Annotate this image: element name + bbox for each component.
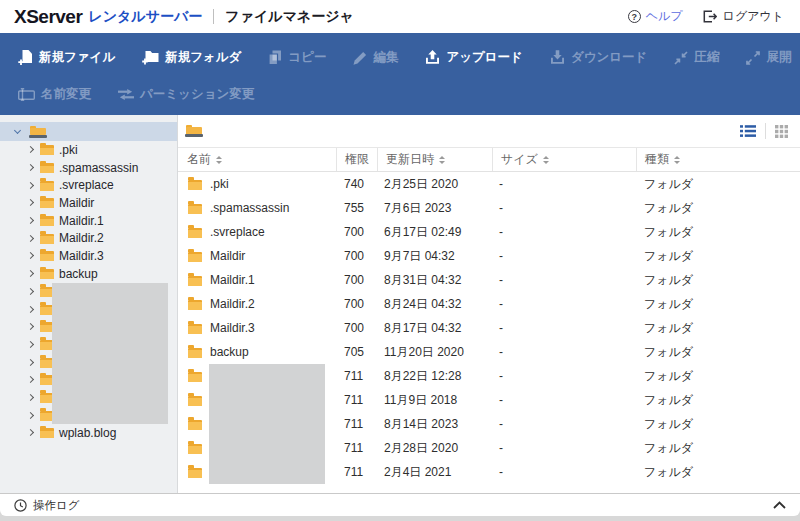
- file-size: -: [492, 177, 636, 191]
- sidebar-item-redacted[interactable]: [0, 300, 177, 318]
- sidebar-item-root[interactable]: [0, 122, 177, 141]
- current-folder-icon[interactable]: [186, 125, 202, 137]
- sidebar-item-redacted[interactable]: [0, 336, 177, 354]
- sidebar-item-wplab-blog[interactable]: wplab.blog: [0, 424, 177, 442]
- sidebar-item-maildir2[interactable]: Maildir.2: [0, 229, 177, 247]
- chevron-right-icon[interactable]: [27, 235, 34, 242]
- toolbar-button-label: アップロード: [446, 49, 522, 66]
- chevron-right-icon[interactable]: [27, 359, 34, 366]
- sidebar-item-redacted[interactable]: [0, 389, 177, 407]
- file-table-body: .pki 740 2月25日 2020 - フォルダ .spamassassin…: [178, 172, 800, 493]
- list-view-button[interactable]: [740, 125, 756, 137]
- chevron-right-icon[interactable]: [27, 376, 34, 383]
- table-row-redacted[interactable]: 711 8月14日 2023 - フォルダ: [178, 412, 800, 436]
- sidebar-item-redacted[interactable]: [0, 406, 177, 424]
- table-row[interactable]: Maildir.2 700 8月24日 04:32 - フォルダ: [178, 292, 800, 316]
- chevron-right-icon[interactable]: [27, 164, 34, 171]
- chevron-right-icon[interactable]: [27, 341, 34, 348]
- table-row[interactable]: .pki 740 2月25日 2020 - フォルダ: [178, 172, 800, 196]
- sidebar-item-label: .svreplace: [59, 178, 114, 192]
- file-size: -: [492, 249, 636, 263]
- table-row[interactable]: Maildir 700 9月7日 04:32 - フォルダ: [178, 244, 800, 268]
- file-permissions: 700: [336, 273, 377, 287]
- change-permission-button: パーミッション変更: [118, 86, 254, 103]
- page-title: ファイルマネージャ: [225, 8, 354, 26]
- table-row-redacted[interactable]: 711 2月28日 2020 - フォルダ: [178, 436, 800, 460]
- clock-icon: [14, 499, 27, 512]
- grid-view-button[interactable]: [775, 125, 788, 138]
- folder-icon: [188, 468, 202, 478]
- chevron-right-icon[interactable]: [27, 323, 34, 330]
- table-row[interactable]: backup 705 11月20日 2020 - フォルダ: [178, 340, 800, 364]
- upload-button[interactable]: アップロード: [425, 49, 522, 66]
- sidebar-item-maildir3[interactable]: Maildir.3: [0, 247, 177, 265]
- expand-button: 展開: [746, 49, 791, 66]
- chevron-right-icon[interactable]: [27, 217, 34, 224]
- table-row[interactable]: Maildir.1 700 8月31日 04:32 - フォルダ: [178, 268, 800, 292]
- chevron-right-icon[interactable]: [27, 270, 34, 277]
- toolbar-row-2: 名前変更 パーミッション変更: [18, 76, 800, 113]
- sidebar-item-redacted[interactable]: [0, 371, 177, 389]
- file-permissions: 700: [336, 297, 377, 311]
- help-link[interactable]: ヘルプ: [628, 8, 683, 25]
- column-header-modified[interactable]: 更新日時: [377, 148, 492, 171]
- rename-button: 名前変更: [18, 86, 91, 103]
- operation-log-bar[interactable]: 操作ログ: [0, 493, 800, 516]
- file-list-pane: 名前 権限 更新日時 サイズ 種類: [178, 115, 800, 493]
- column-header-permissions[interactable]: 権限: [336, 148, 377, 171]
- file-type: フォルダ: [636, 464, 800, 481]
- redacted-label: [209, 460, 325, 484]
- chevron-right-icon[interactable]: [27, 199, 34, 206]
- content-area: .pki .spamassassin .svreplace Maildir Ma: [0, 115, 800, 493]
- new-file-button[interactable]: 新規ファイル: [18, 49, 115, 66]
- table-row-redacted[interactable]: 711 2月4日 2021 - フォルダ: [178, 460, 800, 484]
- sidebar-item-backup[interactable]: backup: [0, 265, 177, 283]
- column-header-name[interactable]: 名前: [178, 148, 336, 171]
- sidebar-item-redacted[interactable]: [0, 353, 177, 371]
- expand-log-button[interactable]: [773, 501, 786, 509]
- file-permissions: 755: [336, 201, 377, 215]
- table-row-redacted[interactable]: 711 8月22日 12:28 - フォルダ: [178, 364, 800, 388]
- chevron-right-icon[interactable]: [27, 305, 34, 312]
- table-row[interactable]: Maildir.3 700 8月17日 04:32 - フォルダ: [178, 316, 800, 340]
- chevron-right-icon[interactable]: [27, 146, 34, 153]
- file-type: フォルダ: [636, 176, 800, 193]
- chevron-right-icon[interactable]: [27, 182, 34, 189]
- chevron-right-icon[interactable]: [27, 288, 34, 295]
- table-row[interactable]: .spamassassin 755 7月6日 2023 - フォルダ: [178, 196, 800, 220]
- folder-icon: [40, 216, 54, 226]
- chevron-right-icon[interactable]: [27, 394, 34, 401]
- folder-icon: [188, 228, 202, 238]
- column-header-type[interactable]: 種類: [636, 148, 800, 171]
- folder-icon: [188, 396, 202, 406]
- folder-icon: [188, 372, 202, 382]
- sidebar-item-maildir1[interactable]: Maildir.1: [0, 212, 177, 230]
- logout-label: ログアウト: [723, 8, 784, 25]
- chevron-right-icon[interactable]: [27, 252, 34, 259]
- new-folder-button[interactable]: 新規フォルダ: [142, 49, 241, 66]
- chevron-down-icon[interactable]: [14, 127, 21, 134]
- chevron-right-icon[interactable]: [27, 429, 34, 436]
- table-row-redacted[interactable]: 711 11月9日 2018 - フォルダ: [178, 388, 800, 412]
- help-label: ヘルプ: [646, 8, 683, 25]
- column-header-size[interactable]: サイズ: [492, 148, 636, 171]
- file-name: Maildir.1: [210, 273, 255, 287]
- file-type: フォルダ: [636, 224, 800, 241]
- logout-button[interactable]: ログアウト: [703, 8, 784, 25]
- chevron-right-icon[interactable]: [27, 412, 34, 419]
- file-modified: 8月31日 04:32: [377, 272, 492, 289]
- file-name: backup: [210, 345, 249, 359]
- sidebar-item-spamassassin[interactable]: .spamassassin: [0, 159, 177, 177]
- table-row[interactable]: .svreplace 700 6月17日 02:49 - フォルダ: [178, 220, 800, 244]
- toolbar-row-1: 新規ファイル 新規フォルダ コピー 編集: [18, 39, 800, 76]
- sidebar-item-redacted[interactable]: [0, 283, 177, 301]
- sidebar-item-pki[interactable]: .pki: [0, 141, 177, 159]
- edit-icon: [353, 51, 367, 65]
- sidebar-item-svreplace[interactable]: .svreplace: [0, 176, 177, 194]
- file-permissions: 700: [336, 225, 377, 239]
- download-button: ダウンロード: [550, 49, 647, 66]
- file-modified: 6月17日 02:49: [377, 224, 492, 241]
- folder-icon: [188, 204, 202, 214]
- sidebar-item-maildir[interactable]: Maildir: [0, 194, 177, 212]
- sidebar-item-redacted[interactable]: [0, 318, 177, 336]
